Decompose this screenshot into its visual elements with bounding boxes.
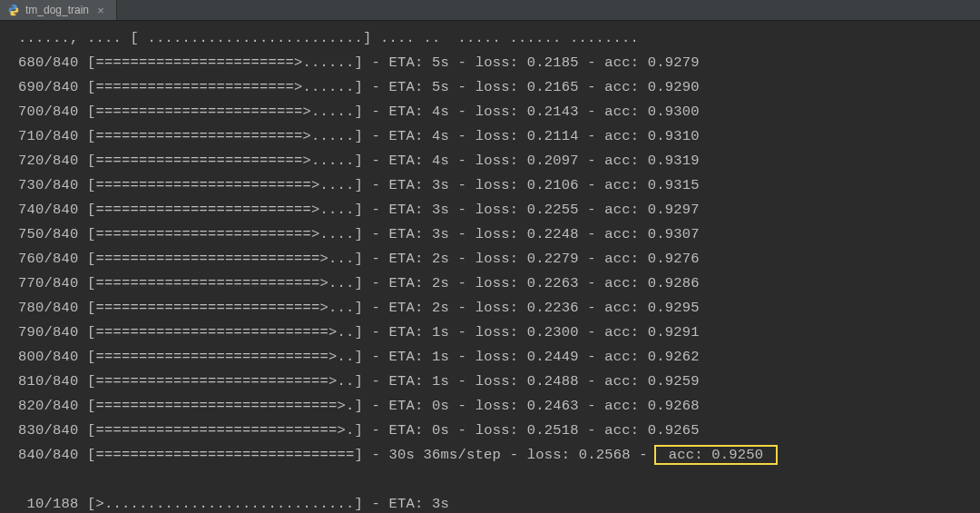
- progress-bar: [>.............................]: [87, 496, 363, 512]
- eta: ETA: 4s: [389, 104, 450, 120]
- sep: -: [363, 128, 389, 144]
- sep: -: [579, 128, 605, 144]
- acc: acc: 0.9315: [604, 177, 700, 193]
- step: 710/840: [18, 128, 87, 144]
- progress-bar: [==========================>...]: [87, 300, 363, 316]
- loss: loss: 0.2488: [475, 373, 579, 390]
- log-line: 810/840 [===========================>..]…: [18, 370, 978, 394]
- step: 10/188: [18, 496, 87, 512]
- eta: ETA: 2s: [389, 251, 450, 267]
- step: 760/840: [18, 251, 87, 267]
- log-line: 10/188 [>.............................] …: [18, 492, 978, 513]
- sep: -: [579, 373, 605, 390]
- sep: -: [363, 398, 389, 414]
- eta: ETA: 3s: [389, 226, 450, 242]
- sep: -: [363, 177, 389, 193]
- acc: acc: 0.9286: [604, 275, 700, 291]
- progress-bar: [==========================>...]: [87, 251, 363, 267]
- sep: -: [579, 226, 605, 242]
- log-line: 790/840 [===========================>..]…: [18, 321, 978, 345]
- step: 750/840: [18, 226, 87, 242]
- sep: -: [579, 251, 605, 267]
- acc: acc: 0.9291: [604, 324, 700, 340]
- step: 800/840: [18, 349, 87, 365]
- progress-bar: [========================>.....]: [87, 104, 363, 120]
- sep: -: [363, 496, 389, 512]
- log-line: 740/840 [=========================>....]…: [18, 198, 978, 222]
- progress-bar: [============================>.]: [87, 398, 363, 414]
- console-output: ......, .... [ .........................…: [0, 21, 980, 513]
- loss: loss: 0.2263: [475, 275, 579, 291]
- eta: ETA: 3s: [389, 177, 450, 193]
- step: 770/840: [18, 275, 87, 291]
- eta: ETA: 1s: [389, 373, 450, 390]
- eta: ETA: 5s: [389, 54, 450, 71]
- acc: acc: 0.9279: [604, 54, 700, 71]
- sep: -: [363, 79, 389, 95]
- acc-highlight: acc: 0.9250: [654, 445, 778, 465]
- eta: ETA: 1s: [389, 349, 450, 365]
- eta: ETA: 2s: [389, 275, 450, 291]
- sep: -: [579, 54, 605, 71]
- log-line: 730/840 [=========================>....]…: [18, 173, 978, 198]
- sep: -: [449, 422, 475, 439]
- log-line: 840/840 [==============================]…: [18, 443, 978, 468]
- eta: ETA: 1s: [389, 324, 450, 340]
- sep: -: [363, 373, 389, 390]
- sep: -: [363, 202, 389, 218]
- progress-bar: [=========================>....]: [87, 177, 363, 193]
- close-icon[interactable]: ×: [94, 4, 107, 16]
- sep: -: [363, 422, 389, 439]
- loss: loss: 0.2106: [475, 177, 579, 193]
- loss: loss: 0.2568: [527, 447, 631, 463]
- sep: -: [363, 349, 389, 365]
- loss: loss: 0.2165: [475, 79, 579, 95]
- step: 780/840: [18, 300, 87, 316]
- acc: acc: 0.9268: [604, 398, 700, 414]
- log-line: 690/840 [=======================>......]…: [18, 75, 978, 100]
- sep: -: [449, 300, 475, 316]
- sep: -: [449, 177, 475, 193]
- sep: -: [579, 104, 605, 120]
- sep: -: [449, 128, 475, 144]
- step: 790/840: [18, 324, 87, 340]
- sep: -: [449, 275, 475, 291]
- loss: loss: 0.2143: [475, 104, 579, 120]
- eta: ETA: 4s: [389, 153, 450, 169]
- progress-bar: [=======================>......]: [87, 79, 363, 95]
- sep: -: [449, 373, 475, 390]
- sep: -: [363, 447, 389, 463]
- sep: -: [579, 349, 605, 365]
- loss: loss: 0.2255: [475, 202, 579, 218]
- eta: ETA: 0s: [389, 422, 450, 439]
- loss: loss: 0.2279: [475, 251, 579, 267]
- step: 730/840: [18, 177, 87, 193]
- loss: loss: 0.2236: [475, 300, 579, 316]
- progress-bar: [========================>.....]: [87, 153, 363, 169]
- log-line: 800/840 [===========================>..]…: [18, 345, 978, 370]
- step: 810/840: [18, 373, 87, 390]
- step: 690/840: [18, 79, 87, 95]
- eta: ETA: 3s: [389, 202, 450, 218]
- progress-bar: [===========================>..]: [87, 373, 363, 390]
- loss: loss: 0.2114: [475, 128, 579, 144]
- acc: acc: 0.9300: [604, 104, 700, 120]
- eta: ETA: 3s: [389, 496, 450, 512]
- log-line: ......, .... [ .........................…: [18, 26, 978, 51]
- sep: -: [449, 349, 475, 365]
- loss: loss: 0.2097: [475, 153, 579, 169]
- sep: -: [579, 300, 605, 316]
- blank-line: [18, 468, 978, 492]
- sep: -: [579, 79, 605, 95]
- step: 820/840: [18, 398, 87, 414]
- loss: loss: 0.2248: [475, 226, 579, 242]
- log-line: 720/840 [========================>.....]…: [18, 149, 978, 173]
- sep: -: [449, 226, 475, 242]
- time: 30s 36ms/step: [389, 447, 502, 463]
- sep: -: [579, 202, 605, 218]
- sep: -: [363, 153, 389, 169]
- log-line: 750/840 [=========================>....]…: [18, 222, 978, 247]
- tab-tm-dog-train[interactable]: tm_dog_train ×: [0, 0, 117, 20]
- loss: loss: 0.2300: [475, 324, 579, 340]
- sep: -: [449, 79, 475, 95]
